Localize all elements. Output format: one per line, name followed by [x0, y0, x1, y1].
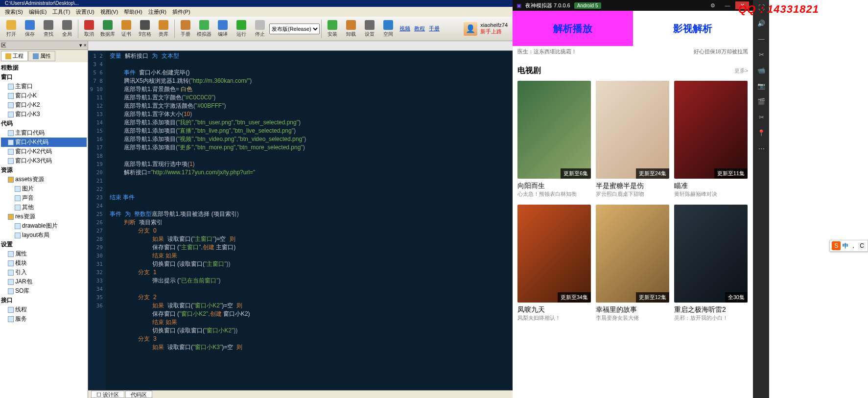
help-link[interactable]: 教程 [414, 25, 425, 32]
poster-card[interactable]: 更新至24集半是蜜糖半是伤罗云熙白鹿桌下甜吻 [596, 81, 669, 198]
menu-item[interactable]: 帮助(H) [121, 8, 144, 16]
emulator-tool-icon[interactable]: ✂ [757, 113, 766, 121]
more-link[interactable]: 更多> [734, 67, 748, 74]
tree-node[interactable]: drawable图片 [1, 221, 87, 231]
toolbar-全局[interactable]: 全局 [58, 18, 76, 40]
toolbar-手册[interactable]: 手册 [176, 18, 195, 40]
tree-node[interactable]: 接口 [1, 296, 87, 305]
tab-code[interactable]: 代码区 [125, 391, 152, 398]
help-link[interactable]: 手册 [429, 25, 440, 32]
poster-card[interactable]: 更新至11集瞄准黄轩陈赫巅峰对决 [674, 81, 748, 198]
app-mode-button[interactable]: 解析播放 [513, 11, 633, 46]
tree-node[interactable]: 窗口小K3 [1, 110, 87, 119]
code-content[interactable]: 变量 解析接口 为 文本型 事件 窗口小K.创建完毕() 腾讯X5内核浏览器1.… [106, 51, 513, 390]
tree-node[interactable]: JAR包 [1, 277, 87, 286]
emulator-title-bar[interactable]: ▣ 夜神模拟器 7.0.0.6 Android 5 ⚙ — ✕ [513, 0, 753, 11]
toolbar-模拟器[interactable]: 模拟器 [195, 18, 213, 40]
emulator-tool-icon[interactable]: 🔊 [757, 19, 766, 27]
settings-icon[interactable]: ⚙ [706, 1, 720, 9]
tree-node[interactable]: 主窗口代码 [1, 128, 87, 138]
tab-workspace[interactable]: 工程 [1, 51, 28, 61]
build-mode-select[interactable]: 发布版(Release) [269, 23, 320, 34]
tree-node[interactable]: 模块 [1, 258, 87, 268]
poster-image[interactable]: 更新至12集 [596, 205, 669, 303]
emulator-tool-icon[interactable]: ⋯ [757, 144, 766, 153]
menu-item[interactable]: 工具(T) [50, 8, 72, 16]
editor-tab-strip[interactable] [88, 41, 513, 51]
toolbar-证书[interactable]: 证书 [117, 18, 136, 40]
menu-item[interactable]: 视图(V) [98, 8, 121, 16]
tree-node[interactable]: 窗口小K2 [1, 100, 87, 110]
menu-item[interactable]: 设置(U) [73, 8, 96, 16]
content-scroll[interactable]: 电视剧 更多> 更新至6集向阳而生心太急！熊顿表白林知衡更新至24集半是蜜糖半是… [513, 57, 753, 398]
tree-node[interactable]: SO库 [1, 286, 87, 296]
poster-card[interactable]: 更新至12集幸福里的故事李晨变身女装大佬 [596, 205, 669, 322]
poster-card[interactable]: 更新至34集凤唳九天凤梨夫妇终相认！ [517, 205, 591, 322]
poster-image[interactable]: 更新至11集 [674, 81, 748, 179]
code-editor[interactable]: 1 2 3 4 5 6 7 8 9 10 11 12 13 14 15 16 1… [88, 51, 513, 390]
toolbar-取消[interactable]: 取消 [80, 18, 98, 40]
emulator-tool-icon[interactable]: — [757, 34, 766, 43]
toolbar-9宫格[interactable]: 9宫格 [136, 18, 154, 40]
poster-image[interactable]: 更新至24集 [596, 81, 669, 179]
tree-node[interactable]: 设置 [1, 240, 87, 249]
poster-image[interactable]: 全30集 [674, 205, 748, 303]
toolbar-运行[interactable]: 运行 [232, 18, 251, 40]
toolbar-保存[interactable]: 保存 [21, 18, 39, 40]
emulator-tool-icon[interactable]: ✂ [757, 50, 766, 59]
menu-item[interactable]: 插件(P) [170, 8, 193, 16]
menu-item[interactable]: 搜索(S) [2, 8, 25, 16]
tree-node[interactable]: 线程 [1, 305, 87, 314]
news-item[interactable]: 好心担保18万却被拉黑 [694, 48, 748, 55]
toolbar-空间[interactable]: 空间 [379, 18, 398, 40]
help-link[interactable]: 视频 [399, 25, 410, 32]
toolbar-类库[interactable]: 类库 [154, 18, 173, 40]
emulator-tool-icon[interactable]: 📍 [757, 128, 766, 137]
app-mode-button[interactable]: 影视解析 [633, 11, 753, 46]
emulator-tool-icon[interactable]: 📷 [757, 81, 766, 90]
tree-node[interactable]: 服务 [1, 314, 87, 324]
menu-item[interactable]: 注册(R) [146, 8, 169, 16]
tree-node[interactable]: 资源 [1, 165, 87, 175]
tree-node[interactable]: 图片 [1, 184, 87, 193]
tree-node[interactable]: 窗口小K2代码 [1, 147, 87, 156]
user-area[interactable]: 👤xiaoheifz74新手上路 [464, 22, 511, 36]
toolbar-编译[interactable]: 编译 [213, 18, 232, 40]
tree-node[interactable]: 主窗口 [1, 82, 87, 91]
toolbar-设置[interactable]: 设置 [360, 18, 379, 40]
news-ticker[interactable]: 医生：这东西堪比疵霜！ 好心担保18万却被拉黑 [513, 46, 753, 57]
toolbar-停止[interactable]: 停止 [251, 18, 269, 40]
tree-node[interactable]: layout布局 [1, 231, 87, 240]
poster-image[interactable]: 更新至6集 [517, 81, 591, 179]
poster-card[interactable]: 更新至6集向阳而生心太急！熊顿表白林知衡 [517, 81, 591, 198]
tree-node[interactable]: 窗口小K3代码 [1, 156, 87, 165]
tree-node[interactable]: 窗口小K [1, 91, 87, 100]
toolbar-打开[interactable]: 打开 [2, 18, 21, 40]
panel-dropdown-icon[interactable]: ▾ × [79, 42, 87, 48]
toolbar-卸载[interactable]: 卸载 [342, 18, 360, 40]
tree-node[interactable]: res资源 [1, 212, 87, 221]
menu-item[interactable]: 编辑(E) [26, 8, 49, 16]
tree-node[interactable]: 窗口小K代码 [1, 138, 87, 147]
toolbar-安装[interactable]: 安装 [323, 18, 342, 40]
minimize-icon[interactable]: — [721, 1, 734, 9]
project-tree[interactable]: 程数据窗口主窗口窗口小K窗口小K2窗口小K3代码主窗口代码窗口小K代码窗口小K2… [0, 62, 88, 398]
tab-design[interactable]: ☐ 设计区 [91, 391, 124, 398]
toolbar-数据库[interactable]: 数据库 [98, 18, 117, 40]
ime-indicator[interactable]: S 中 ， C [829, 240, 868, 252]
tree-node[interactable]: 程数据 [1, 63, 87, 72]
menu-bar[interactable]: 搜索(S)编辑(E)工具(T)设置(U)视图(V)帮助(H)注册(R)插件(P) [0, 7, 513, 17]
tree-node[interactable]: 窗口 [1, 72, 87, 82]
tree-node[interactable]: 属性 [1, 249, 87, 258]
tree-node[interactable]: 引入 [1, 268, 87, 277]
tree-node[interactable]: assets资源 [1, 175, 87, 184]
tree-node[interactable]: 声音 [1, 193, 87, 203]
emulator-tool-icon[interactable]: 🎬 [757, 97, 766, 106]
news-item[interactable]: 医生：这东西堪比疵霜！ [517, 48, 577, 55]
tab-properties[interactable]: 属性 [28, 51, 55, 61]
tree-node[interactable]: 其他 [1, 203, 87, 212]
poster-image[interactable]: 更新至34集 [517, 205, 591, 303]
toolbar-查找[interactable]: 查找 [39, 18, 58, 40]
emulator-tool-icon[interactable]: 📹 [757, 66, 766, 74]
tree-node[interactable]: 代码 [1, 119, 87, 128]
